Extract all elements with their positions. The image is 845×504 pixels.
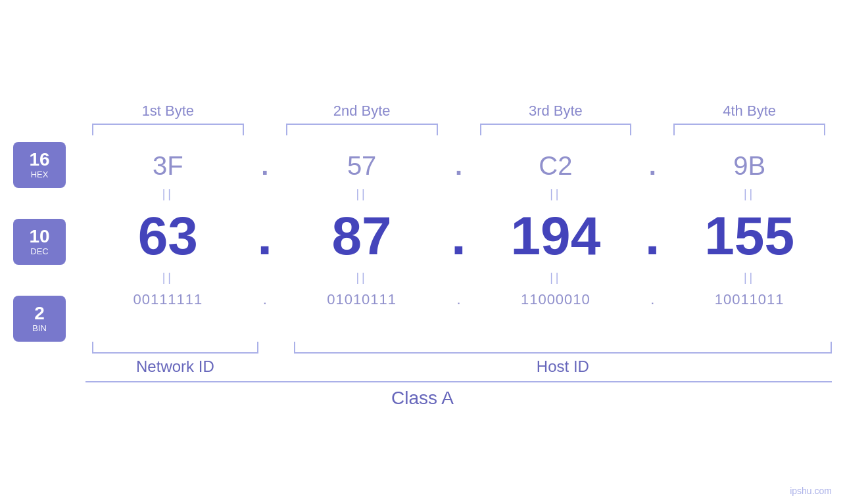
hex-dot1: .	[251, 151, 279, 181]
hex-b4: 9B	[667, 151, 832, 181]
main-container: 1st Byte 2nd Byte 3rd Byte 4th Byte	[0, 0, 845, 504]
dec-dot1: .	[251, 205, 279, 267]
bin-dot1: .	[251, 291, 279, 308]
watermark: ipshu.com	[790, 486, 832, 496]
bin-b3-value: 11000010	[521, 291, 591, 308]
eq2-b4: ||	[667, 271, 832, 285]
eq1-b3: ||	[473, 187, 639, 201]
bottom-brackets: Network ID Host ID	[85, 342, 832, 376]
hex-b2-value: 57	[347, 151, 377, 180]
rows-wrapper: 16 HEX 10 DEC 2 BIN	[13, 146, 832, 338]
bin-b3: 11000010	[473, 291, 639, 308]
byte3-col: 3rd Byte	[473, 103, 639, 135]
class-section: Class A	[13, 381, 832, 409]
host-id-section: Host ID	[294, 342, 832, 376]
values-col: 3F . 57 . C2 . 9B	[85, 146, 832, 338]
bottom-brackets-row: Network ID Host ID	[13, 342, 832, 376]
dec-b1: 63	[85, 205, 251, 267]
byte1-col: 1st Byte	[85, 103, 251, 135]
network-id-section: Network ID	[85, 342, 265, 376]
byte4-bracket	[673, 124, 825, 135]
hex-badge-num: 16	[29, 150, 49, 170]
dec-b3: 194	[473, 205, 639, 267]
dec-b2-value: 87	[332, 206, 392, 265]
hex-b4-value: 9B	[733, 151, 765, 180]
dec-b1-value: 63	[138, 206, 198, 265]
hex-b3-value: C2	[539, 151, 572, 180]
host-id-label: Host ID	[537, 354, 589, 376]
byte4-header: 4th Byte	[667, 103, 832, 124]
bracket-gap1	[265, 342, 294, 376]
bin-b1: 00111111	[85, 291, 251, 308]
byte2-header: 2nd Byte	[279, 103, 445, 124]
dec-badge-label: DEC	[30, 246, 48, 256]
byte4-col: 4th Byte	[667, 103, 832, 135]
equals-row-1: || || || ||	[85, 186, 832, 202]
bin-badge-num: 2	[34, 304, 45, 324]
hex-b3: C2	[473, 151, 639, 181]
badges-col: 16 HEX 10 DEC 2 BIN	[13, 146, 85, 338]
hex-b2: 57	[279, 151, 445, 181]
byte1-header: 1st Byte	[85, 103, 251, 124]
bin-badge-label: BIN	[32, 323, 47, 333]
dec-b2: 87	[279, 205, 445, 267]
dec-dot2: .	[445, 205, 473, 267]
eq2-b3: ||	[473, 271, 639, 285]
bin-badge: 2 BIN	[13, 296, 66, 342]
hex-dot3: .	[638, 151, 667, 181]
hex-badge-wrapper: 16 HEX	[13, 146, 66, 184]
bin-b2: 01010111	[279, 291, 445, 308]
bin-dot2: .	[445, 291, 473, 308]
byte2-bracket	[286, 124, 438, 135]
bin-row: 00111111 . 01010111 . 11000010 .	[85, 286, 832, 313]
byte1-bracket	[92, 124, 244, 135]
top-area: 1st Byte 2nd Byte 3rd Byte 4th Byte	[13, 103, 832, 135]
eq1-b4: ||	[667, 187, 832, 201]
network-id-bracket	[92, 342, 258, 354]
byte2-col: 2nd Byte	[279, 103, 445, 135]
dec-badge-num: 10	[29, 227, 49, 247]
bin-b4: 10011011	[667, 291, 832, 308]
bin-dot3: .	[638, 291, 667, 308]
dec-badge: 10 DEC	[13, 219, 66, 265]
byte-headers-row: 1st Byte 2nd Byte 3rd Byte 4th Byte	[85, 103, 832, 135]
dec-dot3: .	[638, 205, 667, 267]
dec-b4: 155	[667, 205, 832, 267]
hex-badge-label: HEX	[31, 170, 49, 179]
equals-row-2: || || || ||	[85, 269, 832, 286]
bottom-spacer	[13, 342, 85, 376]
dec-row: 63 . 87 . 194 . 155	[85, 202, 832, 269]
hex-b1-value: 3F	[153, 151, 183, 180]
hex-row: 3F . 57 . C2 . 9B	[85, 146, 832, 186]
dec-b4-value: 155	[704, 206, 794, 265]
hex-dot2: .	[445, 151, 473, 181]
bin-b1-value: 00111111	[133, 291, 203, 308]
bin-badge-wrapper: 2 BIN	[13, 300, 66, 338]
eq2-b2: ||	[279, 271, 445, 285]
byte3-header: 3rd Byte	[473, 103, 639, 124]
bin-b2-value: 01010111	[327, 291, 397, 308]
eq1-b1: ||	[85, 187, 251, 201]
byte3-bracket	[480, 124, 632, 135]
hex-b1: 3F	[85, 151, 251, 181]
network-id-label: Network ID	[136, 354, 214, 376]
hex-badge: 16 HEX	[13, 142, 66, 188]
dec-badge-wrapper: 10 DEC	[13, 209, 66, 275]
bin-b4-value: 10011011	[715, 291, 785, 308]
eq2-b1: ||	[85, 271, 251, 285]
eq1-b2: ||	[279, 187, 445, 201]
dec-b3-value: 194	[510, 206, 600, 265]
host-id-bracket	[294, 342, 832, 354]
class-label: Class A	[13, 382, 832, 409]
